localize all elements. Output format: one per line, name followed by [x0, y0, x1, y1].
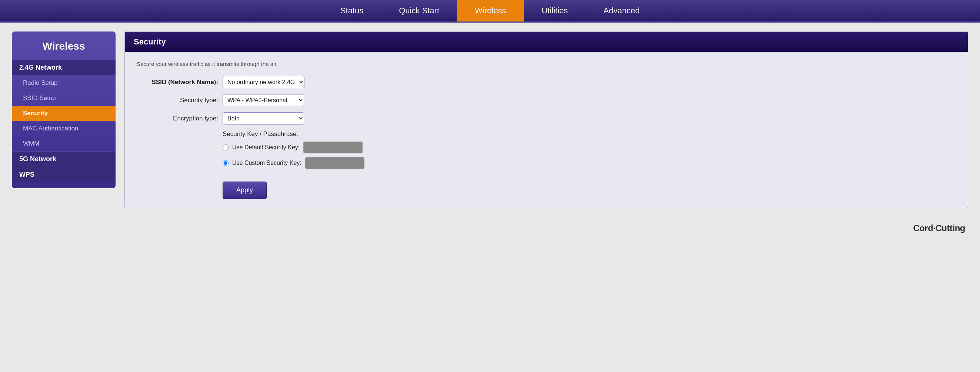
default-key-value	[303, 142, 363, 153]
use-default-radio[interactable]	[223, 145, 229, 150]
sidebar-section-wps[interactable]: WPS	[12, 167, 116, 182]
content-description: Secure your wireless traffic as it trans…	[137, 61, 956, 67]
security-type-row: Security type: WPA - WPA2-Personal WPA2-…	[137, 94, 956, 106]
nav-status[interactable]: Status	[323, 0, 381, 21]
sidebar-title: Wireless	[12, 32, 116, 60]
default-key-row: Use Default Security Key:	[223, 142, 956, 153]
ssid-select[interactable]: No ordinary network 2.4G No ordinary net…	[223, 76, 304, 88]
use-custom-radio[interactable]	[223, 160, 229, 166]
content-header: Security	[125, 32, 968, 52]
security-type-select[interactable]: WPA - WPA2-Personal WPA2-Personal WPA-Pe…	[223, 94, 304, 106]
sidebar-item-radio-setup[interactable]: Radio Setup	[12, 75, 116, 90]
sidebar-item-wmm[interactable]: WMM	[12, 136, 116, 151]
apply-button[interactable]: Apply	[223, 182, 267, 199]
security-type-label: Security type:	[137, 97, 218, 104]
nav-quick-start[interactable]: Quick Start	[381, 0, 457, 21]
main-wrapper: Wireless 2.4G Network Radio Setup SSID S…	[0, 22, 980, 217]
security-key-section: Security Key / Passphrase: Use Default S…	[137, 131, 956, 169]
custom-key-value	[305, 157, 364, 169]
encryption-type-row: Encryption type: Both TKIP AES	[137, 112, 956, 125]
sidebar-item-mac-auth[interactable]: MAC Authentication	[12, 121, 116, 136]
encryption-type-select[interactable]: Both TKIP AES	[223, 112, 304, 125]
ssid-label: SSID (Network Name):	[137, 78, 218, 86]
nav-advanced[interactable]: Advanced	[585, 0, 657, 21]
ssid-row: SSID (Network Name): No ordinary network…	[137, 76, 956, 88]
sidebar: Wireless 2.4G Network Radio Setup SSID S…	[12, 32, 116, 188]
nav-utilities[interactable]: Utilities	[524, 0, 585, 21]
footer: Cord·Cutting	[0, 217, 980, 239]
encryption-type-label: Encryption type:	[137, 115, 218, 122]
content-body: Secure your wireless traffic as it trans…	[125, 52, 968, 208]
nav-wireless[interactable]: Wireless	[457, 0, 524, 21]
sidebar-section-2-4g[interactable]: 2.4G Network	[12, 60, 116, 75]
brand-logo: Cord·Cutting	[913, 223, 965, 233]
sidebar-item-security[interactable]: Security	[12, 105, 116, 121]
top-navigation: Status Quick Start Wireless Utilities Ad…	[0, 0, 980, 22]
custom-key-row: Use Custom Security Key:	[223, 157, 956, 169]
use-custom-label[interactable]: Use Custom Security Key:	[232, 160, 301, 166]
sidebar-item-ssid-setup[interactable]: SSID Setup	[12, 90, 116, 105]
content-panel: Security Secure your wireless traffic as…	[124, 32, 968, 208]
use-default-label[interactable]: Use Default Security Key:	[232, 144, 300, 151]
sidebar-section-5g[interactable]: 5G Network	[12, 151, 116, 167]
security-key-label: Security Key / Passphrase:	[223, 131, 956, 138]
